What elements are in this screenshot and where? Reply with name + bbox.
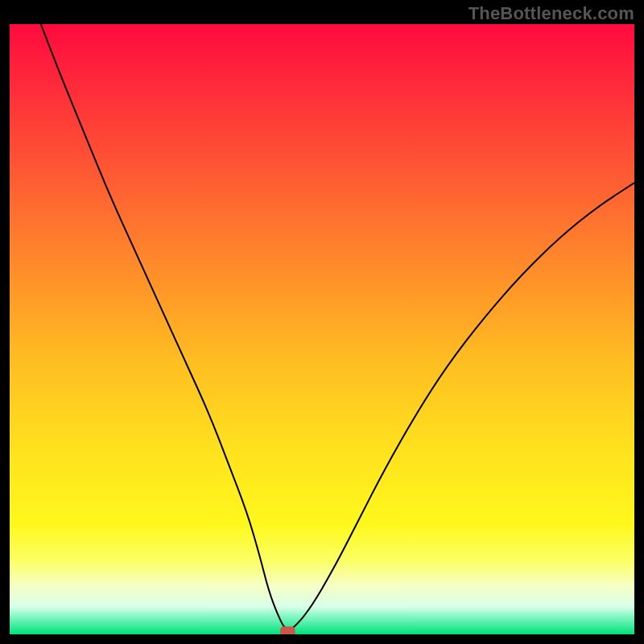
bottleneck-chart bbox=[10, 24, 634, 634]
gradient-background bbox=[10, 24, 634, 634]
watermark-text: TheBottleneck.com bbox=[469, 3, 634, 24]
chart-frame bbox=[10, 24, 634, 634]
optimal-marker bbox=[280, 626, 295, 634]
